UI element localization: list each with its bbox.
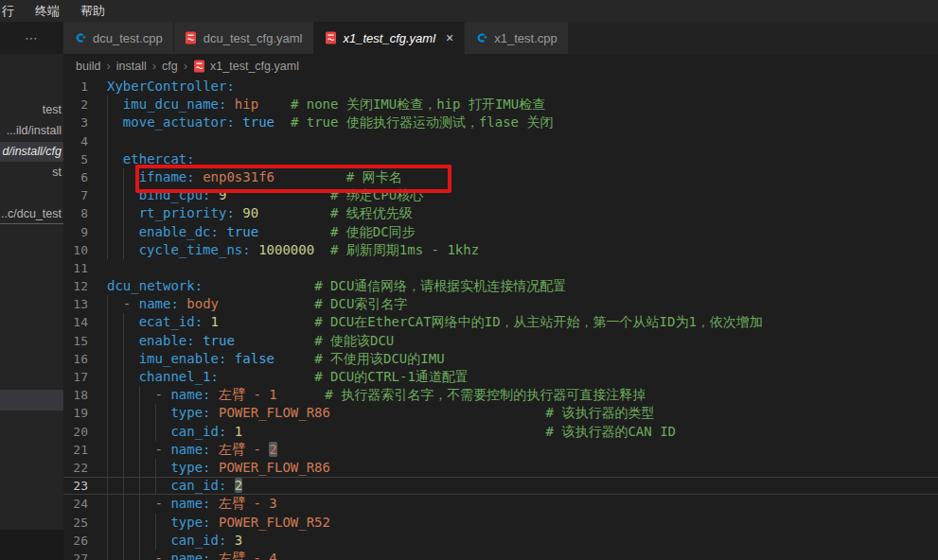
tab-x1_test.cpp[interactable]: x1_test.cpp xyxy=(465,22,569,54)
token-com: # DCU的CTRL-1通道配置 xyxy=(314,369,469,384)
token-com: # 不使用该DCU的IMU xyxy=(314,351,444,366)
editor-line[interactable]: 15 enable: true # 使能该DCU xyxy=(63,332,938,350)
editor-line[interactable]: 21 - name: 左臂 - 2 xyxy=(63,441,938,459)
tab-close-icon[interactable]: × xyxy=(446,31,453,44)
tab-overflow-ellipsis-icon[interactable]: ⋯ xyxy=(25,30,39,45)
editor-line[interactable]: 16 imu_enable: false # 不使用该DCU的IMU xyxy=(63,350,938,368)
tab-dcu_test_cfg.yaml[interactable]: dcu_test_cfg.yaml xyxy=(174,22,314,54)
menu-item-行[interactable]: 行 xyxy=(0,0,25,22)
code-content[interactable]: - name: 左臂 - 4 xyxy=(107,550,938,560)
code-content[interactable]: imu_enable: false # 不使用该DCU的IMU xyxy=(107,350,938,368)
code-content[interactable]: enable: true # 使能该DCU xyxy=(107,332,938,350)
editor-line[interactable]: 23 can_id: 2 xyxy=(63,477,938,495)
breadcrumb-separator: › xyxy=(106,59,110,73)
editor-line[interactable]: 4 xyxy=(63,132,938,150)
code-content[interactable]: enable_dc: true # 使能DC同步 xyxy=(107,223,938,241)
code-content[interactable] xyxy=(107,132,938,150)
editor-line[interactable]: 2 imu_dcu_name: hip # none 关闭IMU检查，hip 打… xyxy=(63,96,938,114)
line-number: 19 xyxy=(63,404,107,422)
code-content[interactable]: channel_1: # DCU的CTRL-1通道配置 xyxy=(107,368,938,386)
editor-line[interactable]: 27 - name: 左臂 - 4 xyxy=(63,550,938,560)
editor-line[interactable]: 1XyberController: xyxy=(63,78,938,96)
editor-line[interactable]: 22 type: POWER_FLOW_R86 xyxy=(63,459,938,477)
code-content[interactable]: rt_priority: 90 # 线程优先级 xyxy=(107,204,938,222)
editor-line[interactable]: 11 xyxy=(63,259,938,277)
editor-line[interactable]: 17 channel_1: # DCU的CTRL-1通道配置 xyxy=(63,368,938,386)
token-dash: - xyxy=(155,387,171,402)
editor-line[interactable]: 5 ethercat: xyxy=(63,150,938,168)
code-content[interactable]: can_id: 3 xyxy=(107,532,938,550)
token-key: bind_cpu: xyxy=(139,187,211,202)
editor-line[interactable]: 7 bind_cpu: 9 # 绑定CPU核心 xyxy=(63,186,938,204)
editor-line[interactable]: 13 - name: body # DCU索引名字 xyxy=(63,295,938,313)
code-content[interactable]: bind_cpu: 9 # 绑定CPU核心 xyxy=(107,186,938,204)
code-content[interactable]: ifname: enp0s31f6 # 网卡名 xyxy=(107,168,938,186)
menu-item-终端[interactable]: 终端 xyxy=(25,0,70,22)
indent-guide xyxy=(107,114,123,131)
breadcrumb-item-install[interactable]: install xyxy=(116,60,147,73)
tab-x1_test_cfg.yaml[interactable]: x1_test_cfg.yaml× xyxy=(314,22,466,54)
editor-line[interactable]: 18 - name: 左臂 - 1 # 执行器索引名字，不需要控制的执行器可直接… xyxy=(63,386,938,404)
editor-line[interactable]: 25 type: POWER_FLOW_R52 xyxy=(63,514,938,532)
indent-guide xyxy=(107,441,123,459)
token-key: name: xyxy=(170,551,210,560)
token-key: name: xyxy=(139,296,179,311)
tab-dcu_test.cpp[interactable]: dcu_test.cpp xyxy=(63,22,174,54)
code-content[interactable]: type: POWER_FLOW_R86 # 该执行器的类型 xyxy=(107,404,938,422)
code-content[interactable]: can_id: 2 xyxy=(107,477,938,495)
token-pln xyxy=(314,242,330,257)
editor-line[interactable]: 26 can_id: 3 xyxy=(63,532,938,550)
code-content[interactable]: can_id: 1 # 该执行器的CAN ID xyxy=(107,423,938,441)
line-number: 5 xyxy=(63,150,107,168)
sidebar-item[interactable]: c/dcu_test... xyxy=(0,204,63,224)
editor-line[interactable]: 12dcu_network: # DCU通信网络，请根据实机连接情况配置 xyxy=(63,277,938,295)
editor-line[interactable]: 14 ecat_id: 1 # DCU在EtherCAT网络中的ID，从主站开始… xyxy=(63,313,938,331)
editor-line[interactable]: 8 rt_priority: 90 # 线程优先级 xyxy=(63,204,938,222)
code-content[interactable]: - name: 左臂 - 1 # 执行器索引名字，不需要控制的执行器可直接注释掉 xyxy=(107,386,938,404)
editor-line[interactable]: 24 - name: 左臂 - 3 xyxy=(63,495,938,513)
code-content[interactable]: imu_dcu_name: hip # none 关闭IMU检查，hip 打开I… xyxy=(107,96,938,114)
editor-line[interactable]: 3 move_actuator: true # true 使能执行器运动测试，f… xyxy=(63,114,938,131)
code-content[interactable]: - name: 左臂 - 2 xyxy=(107,441,938,459)
editor-line[interactable]: 19 type: POWER_FLOW_R86 # 该执行器的类型 xyxy=(63,404,938,422)
code-content[interactable] xyxy=(107,259,938,277)
editor-line[interactable]: 20 can_id: 1 # 该执行器的CAN ID xyxy=(63,423,938,441)
indent-guide xyxy=(123,313,139,331)
line-number: 16 xyxy=(63,350,107,368)
token-key: can_id: xyxy=(170,478,226,493)
sidebar-item[interactable]: d/install/cfg xyxy=(0,142,63,162)
code-content[interactable]: dcu_network: # DCU通信网络，请根据实机连接情况配置 xyxy=(107,277,938,295)
token-str: POWER_FLOW_R86 xyxy=(219,460,330,475)
indent-guide xyxy=(139,423,155,441)
token-num: 2 xyxy=(235,478,242,493)
code-content[interactable]: type: POWER_FLOW_R52 xyxy=(107,514,938,532)
menu-item-帮助[interactable]: 帮助 xyxy=(70,0,115,22)
code-content[interactable]: ecat_id: 1 # DCU在EtherCAT网络中的ID，从主站开始，第一… xyxy=(107,313,938,331)
code-content[interactable]: move_actuator: true # true 使能执行器运动测试，fla… xyxy=(107,114,938,131)
sidebar-item[interactable]: st xyxy=(0,163,63,183)
token-key: name: xyxy=(170,387,210,402)
code-content[interactable]: ethercat: xyxy=(107,150,938,168)
token-str: 2 xyxy=(269,442,276,457)
editor-line[interactable]: 6 ifname: enp0s31f6 # 网卡名 xyxy=(63,168,938,186)
code-editor[interactable]: 1XyberController:2 imu_dcu_name: hip # n… xyxy=(63,78,938,560)
indent-guide xyxy=(107,204,123,222)
editor-line[interactable]: 10 cycle_time_ns: 1000000 # 刷新周期1ms - 1k… xyxy=(63,241,938,259)
code-content[interactable]: cycle_time_ns: 1000000 # 刷新周期1ms - 1khz xyxy=(107,241,938,259)
breadcrumb-item-cfg[interactable]: cfg xyxy=(162,60,178,73)
sidebar-item[interactable]: test xyxy=(0,100,63,120)
breadcrumb-item-build[interactable]: build xyxy=(76,60,100,73)
code-content[interactable]: - name: body # DCU索引名字 xyxy=(107,295,938,313)
indent-guide xyxy=(107,514,123,532)
line-number: 24 xyxy=(63,495,107,513)
code-content[interactable]: type: POWER_FLOW_R86 xyxy=(107,459,938,477)
indent-guide xyxy=(123,223,139,241)
sidebar-item[interactable]: ild/install... xyxy=(0,121,63,141)
breadcrumb-file[interactable]: x1_test_cfg.yaml xyxy=(210,60,299,73)
menu-bar: 行终端帮助 xyxy=(0,0,938,22)
editor-line[interactable]: 9 enable_dc: true # 使能DC同步 xyxy=(63,223,938,241)
code-content[interactable]: XyberController: xyxy=(107,78,938,96)
indent-guide xyxy=(107,313,123,331)
code-content[interactable]: - name: 左臂 - 3 xyxy=(107,495,938,513)
indent-guide xyxy=(139,459,155,477)
